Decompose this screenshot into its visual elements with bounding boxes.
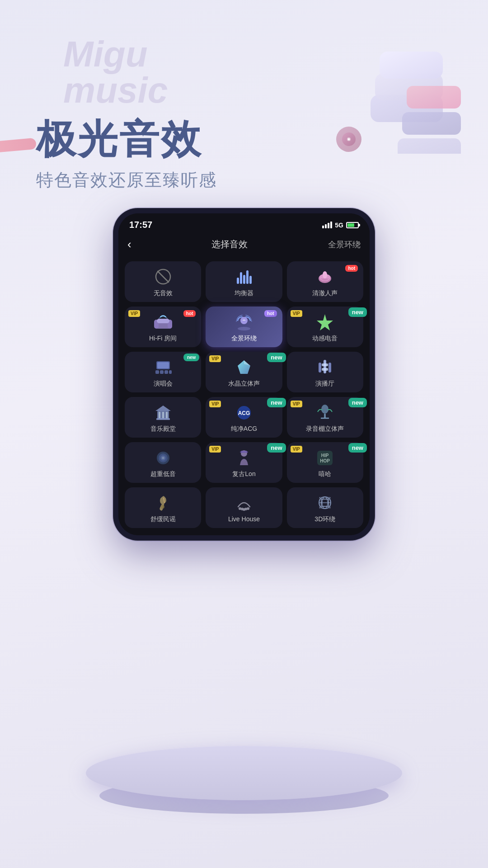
- new-badge: new: [267, 443, 286, 453]
- dynamic-sound-icon: [314, 313, 336, 331]
- effect-hiphop[interactable]: VIP new HIP HOP 嘻哈: [287, 442, 363, 483]
- effect-theater[interactable]: 演播厅: [287, 352, 363, 392]
- status-icons: 5G: [322, 222, 359, 229]
- folk-icon: [152, 494, 174, 512]
- battery-icon: [346, 222, 359, 228]
- new-badge: new: [348, 307, 367, 317]
- svg-text:ACG: ACG: [238, 410, 250, 416]
- svg-rect-37: [322, 363, 328, 366]
- pure-acg-icon: ACG: [233, 403, 255, 421]
- panorama-label[interactable]: 全景环绕: [328, 239, 361, 250]
- svg-rect-30: [164, 370, 168, 374]
- header-section: 极光音效 特色音效还原至臻听感: [36, 118, 217, 192]
- hot-badge: hot: [183, 310, 196, 317]
- svg-rect-12: [240, 272, 242, 284]
- hifi-room-label: Hi-Fi 房间: [149, 335, 177, 342]
- phone-mockup: 17:57 5G ‹ 选择音效 全: [113, 208, 375, 541]
- hot-badge: hot: [345, 265, 358, 272]
- effect-clear-voice[interactable]: hot 清澈人声: [287, 261, 363, 302]
- music-disc-icon: [336, 127, 361, 152]
- vip-badge: VIP: [291, 401, 302, 407]
- svg-rect-3: [407, 86, 461, 108]
- svg-rect-38: [322, 368, 328, 371]
- panorama-icon: [233, 313, 255, 331]
- studio-stereo-icon: [314, 403, 336, 421]
- svg-rect-22: [157, 319, 169, 323]
- retro-london-label: 复古Lon: [232, 470, 255, 478]
- effect-heavy-bass[interactable]: 超重低音: [125, 442, 201, 483]
- decorative-pink-shape: [0, 138, 37, 154]
- phone-frame: 17:57 5G ‹ 选择音效 全: [113, 208, 375, 541]
- decorative-pink-blocks: [393, 81, 474, 156]
- svg-marker-39: [155, 406, 171, 411]
- folk-label: 舒缓民谣: [150, 515, 176, 523]
- effect-panorama[interactable]: hot 全景环绕: [206, 307, 282, 347]
- theater-icon: [314, 358, 336, 376]
- vip-badge: VIP: [209, 401, 221, 407]
- status-bar: 17:57 5G: [118, 213, 370, 234]
- no-effect-icon: [152, 268, 174, 286]
- svg-rect-48: [324, 414, 326, 418]
- svg-rect-44: [156, 418, 170, 420]
- effect-hifi-room[interactable]: VIP hot Hi-F: [125, 307, 201, 347]
- live-house-label: Live House: [228, 515, 260, 523]
- phone-screen: 17:57 5G ‹ 选择音效 全: [118, 213, 370, 535]
- pedestal: [86, 746, 402, 800]
- effect-no-effect[interactable]: 无音效: [125, 261, 201, 302]
- concert-label: 演唱会: [154, 380, 173, 387]
- hifi-room-icon: [152, 313, 174, 331]
- clear-voice-label: 清澈人声: [312, 289, 338, 297]
- crystal-stereo-label: 水晶立体声: [228, 380, 260, 387]
- effect-live-house[interactable]: Live House: [206, 487, 282, 528]
- vip-badge: VIP: [291, 310, 302, 317]
- svg-marker-25: [317, 314, 333, 330]
- studio-stereo-label: 录音棚立体声: [306, 425, 344, 433]
- svg-rect-5: [398, 138, 461, 154]
- effect-folk[interactable]: 舒缓民谣: [125, 487, 201, 528]
- 3d-surround-icon: [314, 494, 336, 512]
- svg-rect-43: [166, 412, 168, 418]
- effect-pure-acg[interactable]: VIP new ACG 纯净ACG: [206, 397, 282, 438]
- effect-3d-surround[interactable]: 3D环绕: [287, 487, 363, 528]
- effect-crystal-stereo[interactable]: VIP new: [206, 352, 282, 392]
- hot-badge: hot: [264, 310, 277, 317]
- svg-rect-36: [324, 360, 326, 373]
- watermark-text: Migu music: [63, 36, 168, 108]
- 5g-label: 5G: [335, 222, 343, 229]
- vip-badge: VIP: [209, 446, 221, 453]
- no-effect-label: 无音效: [154, 289, 173, 297]
- crystal-stereo-icon: [233, 358, 255, 376]
- new-badge: new: [348, 443, 367, 453]
- hiphop-label: 嘻哈: [319, 470, 331, 478]
- svg-rect-56: [240, 452, 248, 453]
- 3d-surround-label: 3D环绕: [314, 515, 335, 523]
- vip-badge: VIP: [209, 355, 221, 362]
- svg-point-18: [323, 271, 327, 278]
- svg-point-8: [348, 138, 350, 140]
- svg-rect-41: [159, 412, 160, 418]
- vip-badge: VIP: [128, 310, 140, 317]
- new-badge: new: [267, 398, 286, 407]
- effect-concert[interactable]: new 演唱会: [125, 352, 201, 392]
- main-title: 极光音效: [36, 118, 217, 161]
- new-badge: new: [183, 354, 199, 361]
- svg-rect-42: [162, 412, 164, 418]
- effect-studio-stereo[interactable]: VIP new 录音棚立体声: [287, 397, 363, 438]
- equalizer-label: 均衡器: [235, 289, 253, 297]
- svg-rect-13: [243, 275, 245, 284]
- effect-equalizer[interactable]: 均衡器: [206, 261, 282, 302]
- pure-acg-label: 纯净ACG: [231, 425, 257, 433]
- music-hall-label: 音乐殿堂: [150, 425, 176, 433]
- svg-rect-2: [380, 52, 443, 79]
- effect-music-hall[interactable]: 音乐殿堂: [125, 397, 201, 438]
- svg-point-65: [244, 508, 247, 510]
- signal-icon: [322, 222, 332, 228]
- effect-retro-london[interactable]: VIP new 复古Lon: [206, 442, 282, 483]
- status-time: 17:57: [129, 220, 152, 230]
- effect-dynamic-sound[interactable]: VIP new 动感电音: [287, 307, 363, 347]
- concert-icon: [152, 358, 174, 376]
- new-badge: new: [348, 398, 367, 407]
- svg-rect-4: [402, 112, 461, 135]
- back-button[interactable]: ‹: [127, 237, 131, 251]
- svg-rect-35: [328, 363, 331, 373]
